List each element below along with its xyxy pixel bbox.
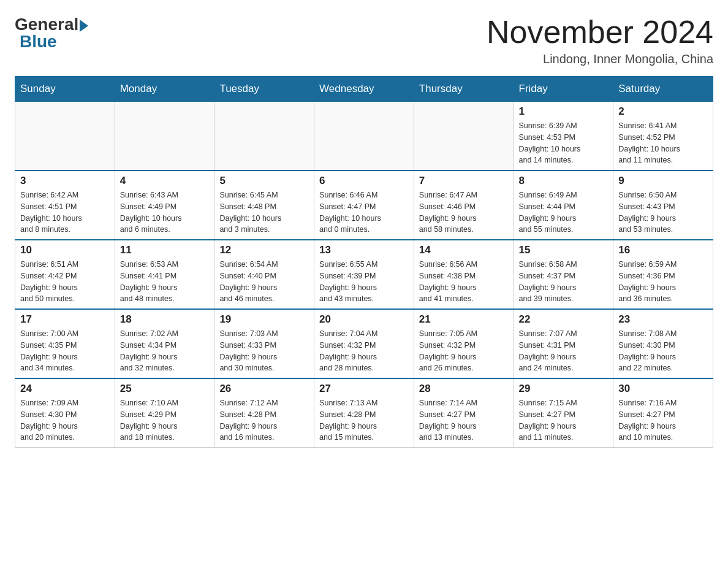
day-number-21: 21: [419, 313, 509, 326]
day-info-15: Sunrise: 6:58 AMSunset: 4:37 PMDaylight:…: [519, 259, 609, 305]
day-info-12: Sunrise: 6:54 AMSunset: 4:40 PMDaylight:…: [219, 259, 309, 305]
day-number-12: 12: [219, 244, 309, 256]
day-info-7: Sunrise: 6:47 AMSunset: 4:46 PMDaylight:…: [419, 190, 509, 236]
calendar-cell-2-3: 13Sunrise: 6:55 AMSunset: 4:39 PMDayligh…: [314, 240, 414, 309]
col-header-tuesday: Tuesday: [214, 77, 314, 102]
calendar-cell-4-0: 24Sunrise: 7:09 AMSunset: 4:30 PMDayligh…: [15, 378, 115, 448]
calendar-cell-1-5: 8Sunrise: 6:49 AMSunset: 4:44 PMDaylight…: [514, 170, 613, 240]
day-number-18: 18: [120, 313, 210, 326]
day-info-22: Sunrise: 7:07 AMSunset: 4:31 PMDaylight:…: [519, 328, 609, 374]
calendar-cell-3-1: 18Sunrise: 7:02 AMSunset: 4:34 PMDayligh…: [115, 309, 214, 378]
calendar-cell-4-5: 29Sunrise: 7:15 AMSunset: 4:27 PMDayligh…: [514, 378, 613, 448]
day-number-20: 20: [319, 313, 409, 326]
day-info-6: Sunrise: 6:46 AMSunset: 4:47 PMDaylight:…: [319, 190, 409, 236]
day-number-30: 30: [618, 383, 708, 395]
calendar-cell-1-0: 3Sunrise: 6:42 AMSunset: 4:51 PMDaylight…: [15, 170, 115, 240]
col-header-saturday: Saturday: [613, 77, 713, 102]
day-info-25: Sunrise: 7:10 AMSunset: 4:29 PMDaylight:…: [120, 397, 210, 443]
day-number-17: 17: [20, 313, 110, 326]
calendar-cell-2-2: 12Sunrise: 6:54 AMSunset: 4:40 PMDayligh…: [214, 240, 314, 309]
day-number-14: 14: [419, 244, 509, 256]
day-info-4: Sunrise: 6:43 AMSunset: 4:49 PMDaylight:…: [120, 190, 210, 236]
title-section: November 2024 Lindong, Inner Mongolia, C…: [487, 15, 713, 66]
day-info-5: Sunrise: 6:45 AMSunset: 4:48 PMDaylight:…: [219, 190, 309, 236]
calendar-cell-3-5: 22Sunrise: 7:07 AMSunset: 4:31 PMDayligh…: [514, 309, 613, 378]
calendar-table: SundayMondayTuesdayWednesdayThursdayFrid…: [15, 76, 713, 448]
calendar-cell-1-6: 9Sunrise: 6:50 AMSunset: 4:43 PMDaylight…: [613, 170, 713, 240]
day-number-2: 2: [618, 105, 708, 118]
calendar-cell-4-2: 26Sunrise: 7:12 AMSunset: 4:28 PMDayligh…: [214, 378, 314, 448]
day-info-18: Sunrise: 7:02 AMSunset: 4:34 PMDaylight:…: [120, 328, 210, 374]
day-number-29: 29: [519, 383, 609, 395]
week-row-4: 17Sunrise: 7:00 AMSunset: 4:35 PMDayligh…: [15, 309, 713, 378]
day-info-1: Sunrise: 6:39 AMSunset: 4:53 PMDaylight:…: [519, 120, 609, 166]
week-row-5: 24Sunrise: 7:09 AMSunset: 4:30 PMDayligh…: [15, 378, 713, 448]
day-info-2: Sunrise: 6:41 AMSunset: 4:52 PMDaylight:…: [618, 120, 708, 166]
day-info-23: Sunrise: 7:08 AMSunset: 4:30 PMDaylight:…: [618, 328, 708, 374]
calendar-cell-1-3: 6Sunrise: 6:46 AMSunset: 4:47 PMDaylight…: [314, 170, 414, 240]
location-label: Lindong, Inner Mongolia, China: [487, 52, 713, 66]
calendar-cell-3-2: 19Sunrise: 7:03 AMSunset: 4:33 PMDayligh…: [214, 309, 314, 378]
logo-arrow-icon: [80, 20, 88, 32]
day-number-16: 16: [618, 244, 708, 256]
col-header-wednesday: Wednesday: [314, 77, 414, 102]
calendar-cell-0-1: [115, 102, 214, 171]
day-info-3: Sunrise: 6:42 AMSunset: 4:51 PMDaylight:…: [20, 190, 110, 236]
calendar-cell-3-3: 20Sunrise: 7:04 AMSunset: 4:32 PMDayligh…: [314, 309, 414, 378]
calendar-cell-4-4: 28Sunrise: 7:14 AMSunset: 4:27 PMDayligh…: [414, 378, 514, 448]
calendar-cell-0-2: [214, 102, 314, 171]
day-info-28: Sunrise: 7:14 AMSunset: 4:27 PMDaylight:…: [419, 397, 509, 443]
week-row-2: 3Sunrise: 6:42 AMSunset: 4:51 PMDaylight…: [15, 170, 713, 240]
day-number-23: 23: [618, 313, 708, 326]
calendar-cell-4-1: 25Sunrise: 7:10 AMSunset: 4:29 PMDayligh…: [115, 378, 214, 448]
day-info-29: Sunrise: 7:15 AMSunset: 4:27 PMDaylight:…: [519, 397, 609, 443]
day-number-13: 13: [319, 244, 409, 256]
day-number-19: 19: [219, 313, 309, 326]
calendar-cell-0-5: 1Sunrise: 6:39 AMSunset: 4:53 PMDaylight…: [514, 102, 613, 171]
calendar-cell-1-2: 5Sunrise: 6:45 AMSunset: 4:48 PMDaylight…: [214, 170, 314, 240]
calendar-cell-1-1: 4Sunrise: 6:43 AMSunset: 4:49 PMDaylight…: [115, 170, 214, 240]
day-number-24: 24: [20, 383, 110, 395]
calendar-cell-3-6: 23Sunrise: 7:08 AMSunset: 4:30 PMDayligh…: [613, 309, 713, 378]
day-number-8: 8: [519, 175, 609, 187]
day-number-10: 10: [20, 244, 110, 256]
calendar-cell-4-6: 30Sunrise: 7:16 AMSunset: 4:27 PMDayligh…: [613, 378, 713, 448]
calendar-cell-2-4: 14Sunrise: 6:56 AMSunset: 4:38 PMDayligh…: [414, 240, 514, 309]
day-info-14: Sunrise: 6:56 AMSunset: 4:38 PMDaylight:…: [419, 259, 509, 305]
day-number-3: 3: [20, 175, 110, 187]
col-header-thursday: Thursday: [414, 77, 514, 102]
day-number-4: 4: [120, 175, 210, 187]
day-number-28: 28: [419, 383, 509, 395]
day-number-11: 11: [120, 244, 210, 256]
day-number-15: 15: [519, 244, 609, 256]
day-number-9: 9: [618, 175, 708, 187]
calendar-cell-0-4: [414, 102, 514, 171]
day-number-7: 7: [419, 175, 509, 187]
day-info-20: Sunrise: 7:04 AMSunset: 4:32 PMDaylight:…: [319, 328, 409, 374]
calendar-cell-4-3: 27Sunrise: 7:13 AMSunset: 4:28 PMDayligh…: [314, 378, 414, 448]
col-header-sunday: Sunday: [15, 77, 115, 102]
week-row-1: 1Sunrise: 6:39 AMSunset: 4:53 PMDaylight…: [15, 102, 713, 171]
day-info-21: Sunrise: 7:05 AMSunset: 4:32 PMDaylight:…: [419, 328, 509, 374]
calendar-cell-2-0: 10Sunrise: 6:51 AMSunset: 4:42 PMDayligh…: [15, 240, 115, 309]
day-number-5: 5: [219, 175, 309, 187]
calendar-cell-0-0: [15, 102, 115, 171]
page-header: General Blue November 2024 Lindong, Inne…: [15, 15, 713, 66]
day-number-1: 1: [519, 105, 609, 118]
calendar-cell-0-3: [314, 102, 414, 171]
day-info-11: Sunrise: 6:53 AMSunset: 4:41 PMDaylight:…: [120, 259, 210, 305]
day-number-25: 25: [120, 383, 210, 395]
calendar-cell-0-6: 2Sunrise: 6:41 AMSunset: 4:52 PMDaylight…: [613, 102, 713, 171]
col-header-monday: Monday: [115, 77, 214, 102]
day-number-22: 22: [519, 313, 609, 326]
calendar-header-row: SundayMondayTuesdayWednesdayThursdayFrid…: [15, 77, 713, 102]
day-info-16: Sunrise: 6:59 AMSunset: 4:36 PMDaylight:…: [618, 259, 708, 305]
logo: General Blue: [15, 15, 88, 52]
day-info-8: Sunrise: 6:49 AMSunset: 4:44 PMDaylight:…: [519, 190, 609, 236]
month-title: November 2024: [487, 15, 713, 50]
day-info-17: Sunrise: 7:00 AMSunset: 4:35 PMDaylight:…: [20, 328, 110, 374]
calendar-cell-1-4: 7Sunrise: 6:47 AMSunset: 4:46 PMDaylight…: [414, 170, 514, 240]
day-number-26: 26: [219, 383, 309, 395]
calendar-cell-3-0: 17Sunrise: 7:00 AMSunset: 4:35 PMDayligh…: [15, 309, 115, 378]
col-header-friday: Friday: [514, 77, 613, 102]
